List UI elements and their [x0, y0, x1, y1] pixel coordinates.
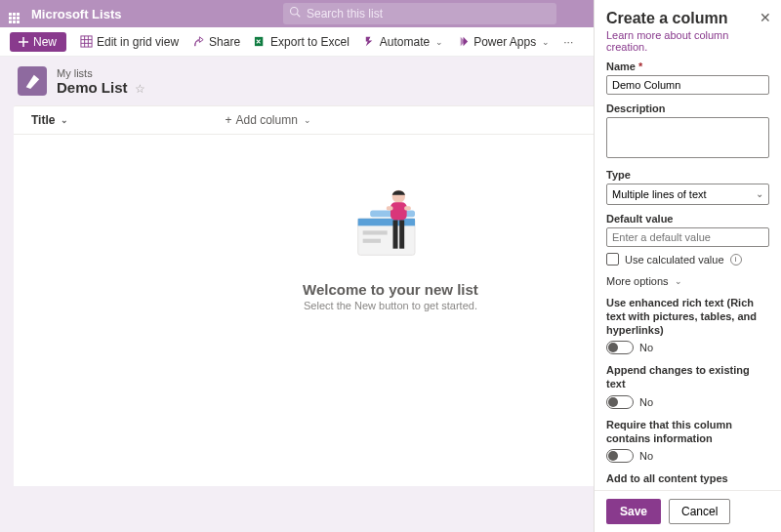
chevron-down-icon: ⌄ [435, 37, 443, 47]
svg-rect-10 [390, 202, 407, 220]
svg-rect-7 [363, 239, 381, 243]
edit-in-grid-button[interactable]: Edit in grid view [80, 35, 179, 49]
empty-subtitle: Select the New button to get started. [304, 300, 477, 311]
automate-icon [363, 35, 376, 48]
required-state: No [639, 450, 653, 462]
excel-icon [254, 35, 267, 48]
column-header-title[interactable]: Title ⌄ [31, 113, 68, 127]
more-options-label: More options [606, 275, 669, 287]
welcome-illustration [342, 174, 439, 271]
grid-icon [80, 35, 93, 48]
svg-line-1 [297, 14, 300, 17]
search-input[interactable] [283, 3, 556, 24]
svg-rect-5 [358, 219, 415, 226]
panel-title: Create a column [606, 10, 769, 27]
required-toggle[interactable] [606, 449, 634, 463]
more-options-toggle[interactable]: More options ⌄ [606, 275, 769, 287]
chevron-down-icon: ⌄ [756, 188, 763, 199]
create-column-panel: ✕ Create a column Learn more about colum… [594, 0, 781, 532]
svg-rect-13 [393, 221, 398, 249]
edit-grid-label: Edit in grid view [97, 35, 179, 49]
required-label: Require that this column contains inform… [606, 419, 769, 446]
power-apps-button[interactable]: Power Apps ⌄ [457, 35, 550, 49]
append-changes-state: No [639, 396, 653, 408]
empty-title: Welcome to your new list [303, 281, 478, 298]
share-label: Share [209, 35, 240, 49]
rich-text-toggle[interactable] [606, 341, 634, 354]
new-button-label: New [33, 35, 57, 49]
export-label: Export to Excel [270, 35, 349, 49]
save-button[interactable]: Save [606, 499, 661, 524]
add-column-label: Add column [235, 113, 297, 127]
add-all-content-types-label: Add to all content types [606, 472, 769, 486]
description-input[interactable] [606, 117, 769, 158]
overflow-button[interactable]: ··· [563, 35, 573, 49]
search-icon [289, 6, 301, 20]
powerapps-label: Power Apps [473, 35, 536, 49]
list-icon [18, 66, 47, 96]
append-changes-label: Append changes to existing text [606, 364, 769, 391]
panel-footer: Save Cancel [595, 490, 781, 532]
svg-rect-6 [363, 230, 388, 234]
chevron-down-icon: ⌄ [304, 115, 311, 125]
chevron-down-icon: ⌄ [542, 37, 550, 47]
rich-text-state: No [639, 342, 653, 353]
svg-rect-12 [404, 206, 411, 210]
column-title-label: Title [31, 113, 55, 127]
default-value-label: Default value [606, 213, 769, 225]
svg-rect-14 [399, 221, 404, 249]
type-select[interactable]: Multiple lines of text [606, 184, 769, 205]
info-icon[interactable]: i [730, 254, 742, 266]
favorite-star-icon[interactable]: ☆ [135, 82, 145, 96]
automate-button[interactable]: Automate ⌄ [363, 35, 443, 49]
chevron-down-icon: ⌄ [61, 115, 68, 125]
share-button[interactable]: Share [192, 35, 240, 49]
svg-rect-11 [387, 206, 393, 210]
search-box[interactable] [283, 3, 556, 24]
rich-text-label: Use enhanced rich text (Rich text with p… [606, 297, 769, 337]
append-changes-toggle[interactable] [606, 395, 634, 409]
share-icon [192, 35, 205, 48]
type-label: Type [606, 169, 769, 181]
automate-label: Automate [380, 35, 430, 49]
close-button[interactable]: ✕ [760, 10, 771, 25]
use-calculated-label: Use calculated value [625, 254, 724, 266]
export-excel-button[interactable]: Export to Excel [254, 35, 349, 49]
name-label: Name * [606, 61, 769, 72]
new-button[interactable]: New [10, 32, 66, 52]
description-label: Description [606, 102, 769, 114]
powerapps-icon [457, 35, 470, 48]
use-calculated-checkbox[interactable] [606, 253, 619, 266]
app-launcher-button[interactable] [0, 5, 27, 23]
default-value-input[interactable] [606, 227, 769, 247]
chevron-down-icon: ⌄ [675, 276, 682, 286]
svg-point-0 [291, 8, 299, 16]
cancel-button[interactable]: Cancel [669, 499, 730, 524]
app-name: Microsoft Lists [31, 7, 121, 21]
breadcrumb[interactable]: My lists [57, 67, 145, 79]
svg-rect-2 [81, 36, 92, 47]
list-name: Demo List [57, 79, 128, 96]
add-column-button[interactable]: + Add column ⌄ [225, 113, 310, 127]
learn-more-link[interactable]: Learn more about column creation. [606, 29, 769, 53]
column-name-input[interactable] [606, 75, 769, 95]
